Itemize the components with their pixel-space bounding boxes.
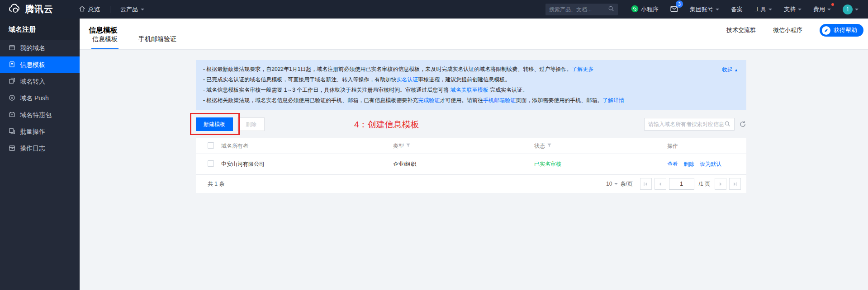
row-checkbox[interactable] <box>208 160 214 167</box>
tab-info-template[interactable]: 信息模板 <box>91 35 119 49</box>
mail-count-badge: 3 <box>676 0 683 8</box>
notice-line: - 域名信息模板实名审核一般需要 1～3 个工作日，具体取决于相关注册局审核时间… <box>203 85 739 95</box>
global-search-box[interactable] <box>545 4 618 15</box>
chevron-down-icon <box>141 9 144 12</box>
last-page-button[interactable] <box>729 178 741 190</box>
select-all-checkbox[interactable] <box>208 142 214 149</box>
notice-line: - 根据相关政策法规，域名实名信息必须使用已验证的手机、邮箱，已有信息模板需要补… <box>203 95 739 106</box>
delete-action-link[interactable]: 删除 <box>683 160 694 168</box>
global-search-input[interactable] <box>549 6 608 13</box>
batch-operation-icon <box>9 128 15 136</box>
toolbar: 新建模板 删除 4：创建信息模板 <box>196 117 746 131</box>
tools-menu[interactable]: 工具 <box>749 0 777 19</box>
chevron-up-icon: ▲ <box>734 68 738 72</box>
group-account-menu[interactable]: 集团账号 <box>685 0 724 19</box>
home-icon <box>79 5 85 14</box>
search-icon[interactable] <box>724 121 730 128</box>
filter-icon[interactable] <box>406 143 411 149</box>
brand[interactable]: 腾讯云 <box>8 3 53 16</box>
refresh-icon[interactable] <box>739 121 746 128</box>
wechat-mini-program-link[interactable]: 微信小程序 <box>773 26 802 34</box>
delete-button[interactable]: 删除 <box>237 117 265 131</box>
template-search-box[interactable] <box>644 118 735 131</box>
cell-domain-owner: 中安山河有限公司 <box>221 160 393 168</box>
view-action-link[interactable]: 查看 <box>667 160 678 168</box>
search-icon[interactable] <box>608 5 614 13</box>
set-default-action-link[interactable]: 设为默认 <box>700 160 721 168</box>
total-pages-label: /1 页 <box>699 180 710 188</box>
prev-page-button[interactable] <box>655 178 666 190</box>
nav-overview[interactable]: 总览 <box>71 0 107 19</box>
sidebar-item-transfer-in[interactable]: 域名转入 <box>0 73 80 90</box>
current-page-input[interactable] <box>669 178 694 190</box>
tutorial-step-annotation: 4：创建信息模板 <box>354 119 419 131</box>
top-nav-bar: 腾讯云 总览 云产品 小程序 3 集团 <box>0 0 868 19</box>
chevron-down-icon <box>855 9 859 12</box>
chevron-down-icon <box>614 183 618 187</box>
tencent-cloud-logo-icon <box>8 3 20 16</box>
pagination-bar: 共 1 条 10 条/页 <box>196 175 746 193</box>
support-menu[interactable]: 支持 <box>779 0 806 19</box>
real-name-auth-link[interactable]: 实名认证 <box>396 76 418 83</box>
cell-type: 企业/组织 <box>393 160 534 168</box>
sidebar-title: 域名注册 <box>0 19 80 40</box>
brand-name: 腾讯云 <box>25 3 53 15</box>
chevron-down-icon <box>798 9 802 12</box>
next-page-button[interactable] <box>715 178 726 190</box>
avatar: 1 <box>843 5 853 14</box>
first-page-button[interactable] <box>640 178 652 190</box>
phone-email-verify-link[interactable]: 手机邮箱验证 <box>483 97 516 103</box>
page-size-select[interactable]: 10 条/页 <box>606 180 633 188</box>
table-header-row: 域名所有者 类型 状态 操作 <box>196 138 746 154</box>
filter-icon[interactable] <box>547 143 552 149</box>
table-row: 中安山河有限公司 企业/组织 已实名审核 查看 删除 设为默认 <box>196 154 746 175</box>
account-menu[interactable]: 1 <box>838 0 863 19</box>
tab-bar: 信息模板 手机邮箱验证 <box>89 35 177 49</box>
billing-alert-dot <box>831 3 834 6</box>
template-search-input[interactable] <box>648 121 724 127</box>
my-domains-icon <box>9 44 15 52</box>
policy-notice-box: - 根据最新政策法规要求，自2022年1月1日起，域名注册前必须使用已实名审核的… <box>196 60 746 110</box>
messages-entry[interactable]: 3 <box>665 0 683 19</box>
total-count-label: 共 1 条 <box>208 180 224 188</box>
nav-cloud-products[interactable]: 云产品 <box>113 0 152 19</box>
billing-menu[interactable]: 费用 <box>808 0 836 19</box>
discount-package-icon <box>9 111 15 119</box>
chevron-down-icon <box>716 9 719 12</box>
content-header: 信息模板 技术交流群 微信小程序 获得帮助 信息模板 手机邮箱验证 <box>80 19 868 50</box>
learn-more-link[interactable]: 了解更多 <box>572 66 593 72</box>
sidebar-item-operation-log[interactable]: 操作日志 <box>0 140 80 157</box>
cell-status-badge: 已实名审核 <box>534 160 667 168</box>
info-template-icon <box>9 61 15 69</box>
tab-phone-email-verify[interactable]: 手机邮箱验证 <box>138 35 177 49</box>
domain-push-icon <box>9 94 15 103</box>
sidebar-item-discount-package[interactable]: 域名特惠包 <box>0 107 80 123</box>
mini-program-icon <box>631 5 639 14</box>
operation-log-icon <box>9 145 15 153</box>
link-domain-to-template-link[interactable]: 域名关联至模板 <box>451 87 489 93</box>
learn-details-link[interactable]: 了解详情 <box>602 97 624 103</box>
page-title: 信息模板 <box>89 26 118 35</box>
chevron-down-icon <box>768 9 772 12</box>
mini-program-entry[interactable]: 小程序 <box>626 0 664 19</box>
sidebar-item-domain-push[interactable]: 域名 Push <box>0 90 80 107</box>
template-table: 域名所有者 类型 状态 操作 <box>196 138 746 193</box>
cell-actions: 查看 删除 设为默认 <box>667 160 746 168</box>
sidebar-item-info-template[interactable]: 信息模板 <box>0 56 80 73</box>
sidebar-item-my-domains[interactable]: 我的域名 <box>0 40 80 56</box>
sidebar: 域名注册 我的域名 信息模板 域名转入 域名 Push <box>0 19 80 290</box>
sidebar-item-batch-operation[interactable]: 批量操作 <box>0 123 80 140</box>
get-help-button[interactable]: 获得帮助 <box>820 24 863 37</box>
complete-verification-link[interactable]: 完成验证 <box>418 97 440 103</box>
help-compass-icon <box>822 26 830 35</box>
transfer-in-icon <box>9 78 15 86</box>
notice-line: - 已完成实名认证的域名信息模板，可直接用于域名新注、转入等操作，有助加快实名认… <box>203 75 739 85</box>
tech-group-link[interactable]: 技术交流群 <box>726 26 756 34</box>
create-template-button[interactable]: 新建模板 <box>196 117 233 131</box>
nav-divider <box>110 6 110 13</box>
notice-line: - 根据最新政策法规要求，自2022年1月1日起，域名注册前必须使用已实名审核的… <box>203 64 739 75</box>
beian-entry[interactable]: 备案 <box>726 0 748 19</box>
chevron-down-icon <box>827 9 831 12</box>
collapse-notice-button[interactable]: 收起 ▲ <box>722 65 738 75</box>
